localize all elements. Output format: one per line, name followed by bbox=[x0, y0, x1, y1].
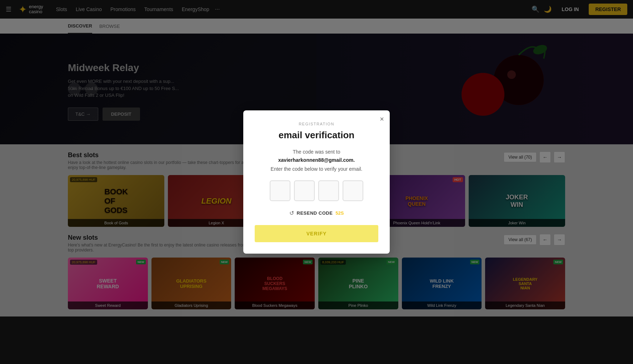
code-input-1[interactable] bbox=[270, 180, 290, 201]
code-input-3[interactable] bbox=[318, 180, 339, 201]
modal-text-line1: The code was sent to xavierharkonnen88@g… bbox=[255, 148, 378, 164]
modal-label: REGISTRATION bbox=[255, 122, 378, 126]
code-input-2[interactable] bbox=[294, 180, 315, 201]
modal-subtext: Enter the code below to verify your emai… bbox=[255, 166, 378, 172]
modal-email: xavierharkonnen88@gmail.com. bbox=[278, 157, 355, 163]
verify-button[interactable]: VERIFY bbox=[255, 225, 378, 242]
code-input-4[interactable] bbox=[343, 180, 363, 201]
code-inputs bbox=[255, 180, 378, 201]
resend-timer: 52S bbox=[335, 210, 344, 216]
resend-label[interactable]: RESEND CODE bbox=[297, 210, 333, 216]
modal-title: email verification bbox=[255, 130, 378, 141]
email-verification-modal: × REGISTRATION email verification The co… bbox=[243, 110, 390, 254]
resend-row: ↺ RESEND CODE 52S bbox=[255, 210, 378, 216]
modal-close-button[interactable]: × bbox=[380, 115, 384, 123]
modal-overlay: × REGISTRATION email verification The co… bbox=[0, 0, 633, 364]
resend-icon: ↺ bbox=[289, 210, 294, 216]
